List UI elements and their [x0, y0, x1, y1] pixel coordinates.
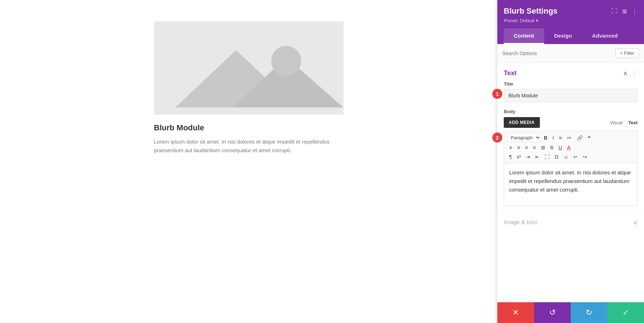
special-chars-button[interactable]: Ω — [552, 153, 560, 161]
panel-content: Text ∧ ⋮ Title Body ADD MEDIA Visual Tex… — [497, 63, 644, 302]
search-bar: + Filter — [497, 44, 644, 63]
cancel-button[interactable]: ✕ — [497, 302, 534, 323]
section-menu-icon[interactable]: ⋮ — [631, 69, 638, 77]
tab-design[interactable]: Design — [544, 28, 582, 44]
paragraph-select[interactable]: Paragraph Heading 1 Heading 2 — [507, 133, 541, 142]
undo-editor-button[interactable]: ↩ — [571, 153, 580, 161]
panel-title: Blurb Settings — [504, 6, 557, 16]
editor-tabs: Visual Text — [610, 119, 638, 127]
indent-button[interactable]: ⇥ — [524, 153, 532, 161]
redo-button[interactable]: ↻ — [571, 302, 608, 323]
link-button[interactable]: 🔗 — [575, 134, 585, 142]
editor-tab-visual[interactable]: Visual — [610, 119, 623, 127]
bold-button[interactable]: B — [542, 134, 550, 142]
panel-footer: ✕ ↺ ↻ ✓ — [497, 302, 644, 323]
add-media-button[interactable]: ADD MEDIA — [504, 117, 540, 128]
title-input[interactable] — [504, 89, 638, 102]
svg-point-3 — [271, 46, 301, 76]
fullscreen-icon[interactable]: ⛶ — [611, 8, 617, 14]
outdent-button[interactable]: ⇤ — [533, 153, 542, 161]
panel-tabs: Content Design Advanced — [504, 28, 638, 44]
align-center-button[interactable]: ≡ — [515, 144, 522, 151]
grid-icon[interactable]: ⊞ — [622, 8, 627, 15]
section-header-text: Text ∧ ⋮ — [504, 63, 638, 81]
align-right-button[interactable]: ≡ — [523, 144, 530, 151]
undo-button[interactable]: ↺ — [534, 302, 571, 323]
panel-header: Blurb Settings ⛶ ⊞ ⋮ Preset: Default ▾ C… — [497, 0, 644, 44]
align-justify-button[interactable]: ≡ — [531, 144, 538, 151]
emoji-button[interactable]: ☺ — [561, 153, 571, 161]
editor-content-area[interactable]: Lorem ipsum dolor sit amet. In nisi dolo… — [504, 163, 638, 206]
fullscreen-editor-button[interactable]: ⛶ — [542, 153, 552, 161]
preview-module-title: Blurb Module — [154, 123, 343, 132]
preview-module-body: Lorem ipsum dolor sit amet. In nisi dolo… — [154, 138, 343, 155]
unordered-list-button[interactable]: ≡ — [557, 134, 564, 142]
more-icon[interactable]: ⋮ — [632, 8, 638, 15]
expand-icon[interactable]: ∨ — [633, 218, 638, 226]
settings-panel: 1 2 Blurb Settings ⛶ ⊞ ⋮ Preset: Default… — [497, 0, 644, 323]
step-badge-1: 1 — [492, 89, 502, 99]
blockquote-button[interactable]: ❝ — [586, 134, 593, 142]
preview-area: Blurb Module Lorem ipsum dolor sit amet.… — [0, 0, 497, 323]
save-button[interactable]: ✓ — [608, 302, 644, 323]
body-text: Lorem ipsum dolor sit amet. In nisi dolo… — [509, 169, 631, 193]
editor-header: ADD MEDIA Visual Text — [504, 117, 638, 128]
image-icon-section[interactable]: Image & Icon ∨ — [497, 212, 644, 232]
strikethrough-button[interactable]: S — [548, 144, 556, 151]
image-icon-title: Image & Icon — [504, 219, 537, 226]
editor-tab-text[interactable]: Text — [628, 119, 638, 127]
step-badge-2: 2 — [492, 132, 502, 143]
collapse-icon[interactable]: ∧ — [623, 70, 628, 77]
title-field-label: Title — [504, 81, 638, 87]
panel-header-icons: ⛶ ⊞ ⋮ — [611, 8, 638, 15]
preset-label[interactable]: Preset: Default ▾ — [504, 18, 638, 23]
body-field-label: Body — [504, 109, 638, 114]
tab-content[interactable]: Content — [504, 28, 544, 44]
section-title-text: Text — [504, 69, 517, 77]
ordered-list-button[interactable]: ≔ — [565, 134, 574, 142]
redo-editor-button[interactable]: ↪ — [581, 153, 589, 161]
image-placeholder — [154, 21, 343, 115]
table-button[interactable]: ⊞ — [539, 144, 547, 151]
search-input[interactable] — [502, 50, 613, 56]
tab-advanced[interactable]: Advanced — [582, 28, 628, 44]
text-color-button[interactable]: A — [565, 144, 572, 151]
underline-button[interactable]: U — [556, 144, 564, 151]
section-actions: ∧ ⋮ — [623, 69, 638, 77]
align-left-button[interactable]: ≡ — [507, 144, 514, 151]
editor-toolbar: Paragraph Heading 1 Heading 2 B I ≡ ≔ 🔗 … — [504, 131, 638, 163]
text-section: Text ∧ ⋮ Title Body ADD MEDIA Visual Tex… — [497, 63, 644, 206]
superscript-button[interactable]: x² — [515, 153, 523, 161]
filter-button[interactable]: + Filter — [615, 48, 639, 58]
italic-button[interactable]: I — [550, 134, 556, 142]
format-button[interactable]: ¶ — [507, 153, 514, 161]
